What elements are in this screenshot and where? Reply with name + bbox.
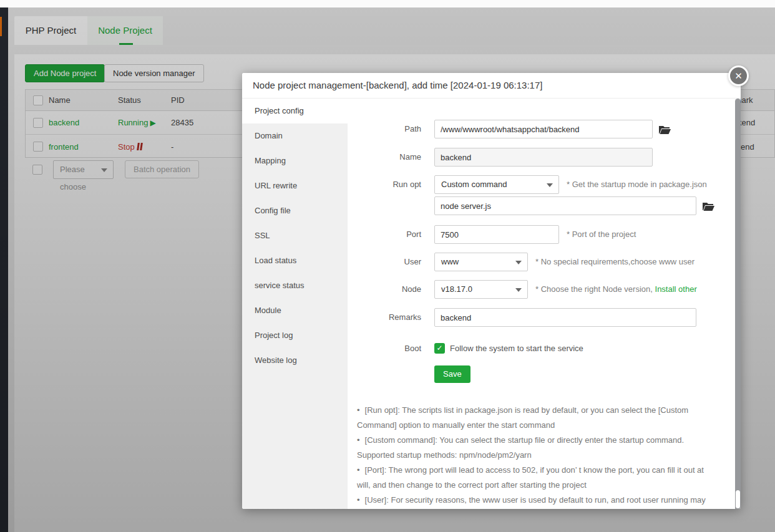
user-select[interactable]: www [434,253,528,271]
path-input[interactable] [434,120,653,138]
nav-item-domain[interactable]: Domain [242,123,348,148]
note-user: •[User]: For security reasons, the www u… [357,493,718,508]
screen: PHP Project Node Project Add Node projec… [0,0,775,532]
remarks-label: Remarks [348,308,421,327]
bullet-icon: • [357,493,360,508]
boot-checkbox-text: Follow the system to start the service [450,342,583,354]
user-hint: * No special requirements,choose www use… [535,253,695,271]
nav-item-service-status[interactable]: service status [242,273,348,298]
modal-scrollbar-thumb[interactable] [736,490,740,508]
nav-item-module[interactable]: Module [242,298,348,323]
port-hint: * Port of the project [567,225,636,244]
user-value: www [441,257,459,266]
top-strip [0,0,775,7]
nav-item-project-config[interactable]: Project config [242,99,348,123]
node-version-label: Node [348,280,421,299]
modal-form: Path Name Run opt Custom command * [348,99,735,509]
nav-item-url-rewrite[interactable]: URL rewrite [242,173,348,198]
custom-command-input[interactable] [434,196,696,215]
note-custom-command: •[Custom command]: You can select the st… [357,433,718,463]
modal-side-nav: Project config Domain Mapping URL rewrit… [242,99,348,509]
chevron-down-icon [515,261,522,264]
user-label: User [348,253,421,271]
node-version-hint: * Choose the right Node version, Install… [535,280,697,299]
modal-close-button[interactable]: ✕ [728,65,749,86]
note-run-opt: •[Run opt]: The scripts list in package.… [357,403,718,433]
save-button[interactable]: Save [434,365,470,383]
port-label: Port [348,225,421,244]
folder-browse-icon[interactable] [659,125,671,134]
run-opt-select[interactable]: Custom command [434,175,559,194]
path-label: Path [348,120,421,138]
modal-title: Node project management-[backend], add t… [242,73,741,99]
node-version-value: v18.17.0 [441,284,472,294]
name-input[interactable] [434,148,653,167]
nav-item-ssl[interactable]: SSL [242,223,348,248]
close-icon: ✕ [734,70,743,81]
run-opt-label: Run opt [348,175,421,194]
nav-item-load-status[interactable]: Load status [242,248,348,273]
run-opt-value: Custom command [441,180,507,189]
nav-item-config-file[interactable]: Config file [242,198,348,223]
boot-label: Boot [348,342,421,354]
chevron-down-icon [515,288,522,292]
nav-item-mapping[interactable]: Mapping [242,148,348,173]
form-help-notes: •[Run opt]: The scripts list in package.… [357,403,718,508]
install-other-link[interactable]: Install other [655,284,697,294]
bullet-icon: • [357,403,360,418]
nav-item-project-log[interactable]: Project log [242,323,348,348]
bullet-icon: • [357,433,360,448]
nav-item-website-log[interactable]: Website log [242,348,348,373]
run-opt-hint: * Get the startup mode in package.json [567,175,707,194]
note-port: •[Port]: The wrong port will lead to acc… [357,463,718,493]
boot-checkbox[interactable]: ✓ [434,343,445,354]
bullet-icon: • [357,463,360,478]
node-version-select[interactable]: v18.17.0 [434,280,528,299]
folder-browse-icon[interactable] [703,201,714,211]
port-input[interactable] [434,225,559,244]
name-label: Name [348,148,421,167]
remarks-input[interactable] [434,308,696,327]
chevron-down-icon [547,183,553,187]
modal-scrollbar-track[interactable] [735,99,741,509]
node-project-modal: Node project management-[backend], add t… [242,73,741,509]
